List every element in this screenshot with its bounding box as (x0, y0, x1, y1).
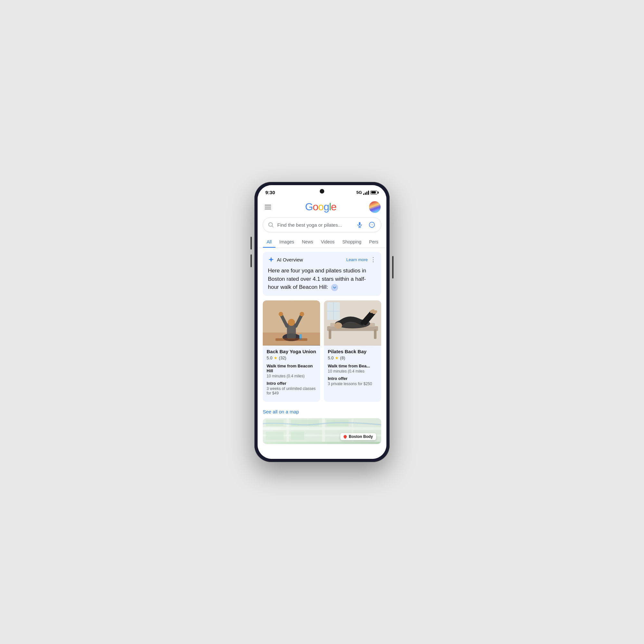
google-header: Google (258, 197, 386, 215)
star-icon-2: ★ (335, 355, 339, 360)
map-pin-icon (343, 434, 347, 439)
mic-icon (356, 222, 363, 228)
menu-button[interactable] (263, 204, 272, 211)
tab-all[interactable]: All (263, 236, 276, 248)
card-info-2: Pilates Back Bay 5.0 ★ (8) Walk time fro… (324, 346, 381, 393)
studio-image-1 (263, 300, 320, 346)
volume-up-button[interactable] (251, 237, 252, 250)
studio-cards-container: Back Bay Yoga Union 5.0 ★ (32) Walk time… (263, 300, 381, 402)
expand-button[interactable] (331, 284, 338, 291)
walk-value-1: 10 minutes (0.4 miles) (267, 374, 316, 378)
studio-rating-1: 5.0 ★ (32) (267, 355, 316, 360)
rating-value-1: 5.0 (267, 355, 272, 360)
search-tabs: All Images News Videos Shopping Pers (258, 236, 386, 248)
pilates-image-svg (324, 300, 381, 346)
studio-name-2: Pilates Back Bay (328, 349, 377, 354)
ai-label-group: AI Overview (268, 256, 303, 263)
ai-overview-header: AI Overview Learn more ⋮ (268, 256, 376, 263)
avatar-image (369, 201, 381, 213)
logo-g2: g (324, 201, 329, 213)
status-icons: 5G (356, 190, 379, 195)
tab-news[interactable]: News (298, 236, 317, 248)
studio-card-1[interactable]: Back Bay Yoga Union 5.0 ★ (32) Walk time… (263, 300, 320, 402)
user-avatar[interactable] (369, 201, 381, 213)
phone-screen: 9:30 5G (258, 185, 386, 459)
logo-o1: o (313, 201, 318, 213)
chevron-down-icon (333, 286, 336, 289)
star-icon-1: ★ (274, 355, 278, 360)
logo-e: e (331, 201, 336, 213)
map-location-text: Boston Body (349, 434, 373, 439)
studio-rating-2: 5.0 ★ (8) (328, 355, 377, 360)
review-count-1: (32) (279, 355, 286, 360)
studio-name-1: Back Bay Yoga Union (267, 349, 316, 354)
tab-personal[interactable]: Pers (365, 236, 382, 248)
tab-videos[interactable]: Videos (317, 236, 339, 248)
svg-rect-22 (329, 329, 331, 339)
svg-rect-23 (374, 329, 376, 339)
power-button[interactable] (392, 256, 393, 279)
voice-search-button[interactable] (355, 220, 364, 229)
ai-overview-actions: Learn more ⋮ (346, 257, 376, 262)
svg-rect-43 (266, 431, 283, 440)
more-options-icon[interactable]: ⋮ (370, 257, 376, 262)
learn-more-link[interactable]: Learn more (346, 257, 368, 262)
walk-label-2: Walk time from Bea... (328, 364, 377, 368)
ai-overview-title: AI Overview (277, 257, 303, 262)
search-query: Find the best yoga or pilates... (277, 222, 352, 228)
google-lens-button[interactable] (367, 220, 376, 229)
svg-point-16 (300, 312, 304, 316)
card-info-1: Back Bay Yoga Union 5.0 ★ (32) Walk time… (263, 346, 320, 402)
walk-value-2: 10 minutes (0.4 miles (328, 369, 377, 374)
google-logo: Google (305, 201, 336, 213)
screen-content: Google Find the best yoga or pilates... (258, 197, 386, 459)
walk-label-1: Walk time from Beacon Hill (267, 364, 316, 373)
map-location-label: Boston Body (340, 433, 376, 440)
map-preview[interactable]: Boston Body (263, 418, 381, 444)
yoga-image-svg (263, 300, 320, 346)
review-count-2: (8) (340, 355, 345, 360)
svg-rect-18 (276, 338, 308, 341)
svg-point-6 (371, 224, 373, 226)
see-all-map-link[interactable]: See all on a map (258, 406, 386, 418)
status-bar: 9:30 5G (258, 185, 386, 197)
lens-icon (368, 221, 375, 228)
network-type: 5G (356, 190, 362, 195)
svg-point-12 (288, 319, 295, 326)
ai-overview-card: AI Overview Learn more ⋮ Here are four y… (263, 252, 381, 296)
logo-o2: o (318, 201, 324, 213)
svg-point-15 (279, 312, 283, 316)
studio-image-2 (324, 300, 381, 346)
camera-notch (320, 189, 324, 194)
ai-overview-body: Here are four yoga and pilates studios i… (268, 267, 376, 291)
offer-label-1: Intro offer (267, 381, 316, 386)
search-icon (268, 222, 274, 228)
signal-icon (363, 190, 369, 195)
tab-shopping[interactable]: Shopping (338, 236, 365, 248)
svg-rect-44 (291, 431, 304, 440)
rating-value-2: 5.0 (328, 355, 334, 360)
status-time: 9:30 (265, 190, 275, 195)
svg-rect-37 (322, 418, 325, 442)
svg-point-25 (335, 322, 342, 329)
offer-value-1: 3 weeks of unlimited classes for $49 (267, 386, 316, 395)
volume-down-button[interactable] (251, 254, 252, 267)
ai-sparkle-icon (268, 256, 274, 263)
battery-icon (370, 191, 379, 194)
offer-value-2: 3 private lessons for $250 (328, 382, 377, 386)
phone-frame: 9:30 5G (254, 182, 390, 462)
search-bar[interactable]: Find the best yoga or pilates... (263, 217, 381, 232)
logo-g: G (305, 201, 313, 213)
svg-rect-2 (359, 222, 361, 225)
svg-line-1 (272, 226, 273, 227)
tab-images[interactable]: Images (276, 236, 298, 248)
studio-card-2[interactable]: Pilates Back Bay 5.0 ★ (8) Walk time fro… (324, 300, 381, 402)
svg-rect-36 (287, 418, 289, 442)
offer-label-2: Intro offer (328, 376, 377, 381)
